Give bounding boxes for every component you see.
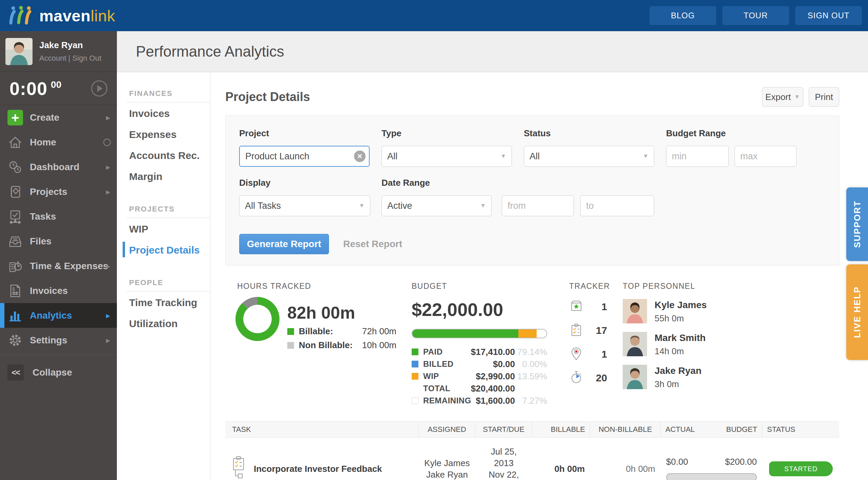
date-range-select[interactable]: Active ▼ — [381, 195, 492, 216]
timer-value: 0:00 — [9, 78, 47, 99]
mavenlink-logo[interactable]: mavenlink — [9, 5, 115, 26]
date-from-input[interactable] — [502, 195, 574, 216]
report-title: Project Details — [225, 90, 310, 104]
reset-report-button[interactable]: Reset Report — [343, 239, 402, 249]
left-sidebar: Jake Ryan Account | Sign Out 0:00 00 + C… — [0, 31, 117, 480]
type-select[interactable]: All ▼ — [381, 146, 512, 167]
sidebar-item-analytics[interactable]: Analytics ▸ — [0, 303, 117, 328]
table-row[interactable]: Incorporate Investor Feedback Kyle James… — [225, 438, 839, 480]
subnav-item-invoices[interactable]: Invoices — [129, 102, 210, 123]
sidebar-item-create[interactable]: + Create ▸ — [0, 105, 117, 130]
stopwatch-icon — [569, 370, 583, 386]
budget-legend: PAID $17,410.00 79.14% BILLED $0.00 0.00… — [412, 346, 547, 407]
task-billable: 0h 00m — [532, 446, 590, 480]
type-label: Type — [381, 128, 512, 139]
sidebar-item-tasks[interactable]: Tasks — [0, 204, 117, 229]
collapse-sidebar-button[interactable]: << Collapse — [0, 364, 117, 381]
collapse-icon: << — [7, 364, 24, 381]
user-profile-box: Jake Ryan Account | Sign Out — [0, 31, 117, 72]
clear-input-icon[interactable]: ✕ — [354, 151, 366, 162]
time-tracker-widget: 0:00 00 — [0, 72, 117, 105]
non-billable-swatch — [287, 342, 294, 349]
col-assigned[interactable]: ASSIGNED — [419, 422, 475, 437]
avatar — [623, 299, 647, 323]
sidebar-item-projects[interactable]: Projects ▸ — [0, 179, 117, 204]
sidebar-item-invoices[interactable]: $ Invoices — [0, 278, 117, 303]
milestone-box-icon — [569, 299, 583, 315]
col-non-billable[interactable]: NON-BILLABLE — [590, 422, 661, 437]
sidebar-item-settings[interactable]: Settings ▸ — [0, 328, 117, 353]
col-billable[interactable]: BILLABLE — [532, 422, 590, 437]
date-to-input[interactable] — [580, 195, 654, 216]
col-start-due[interactable]: START/DUE — [475, 422, 532, 437]
projects-icon — [7, 184, 23, 200]
dashboard-icon — [7, 159, 23, 175]
chevron-down-icon: ▼ — [500, 153, 506, 160]
paid-swatch — [412, 348, 418, 355]
display-select[interactable]: All Tasks ▼ — [239, 195, 370, 216]
account-signout-links[interactable]: Account | Sign Out — [39, 54, 101, 63]
analytics-icon — [7, 308, 23, 323]
display-label: Display — [239, 178, 370, 188]
subnav-item-time-tracking[interactable]: Time Tracking — [129, 292, 210, 313]
status-circle-icon — [103, 139, 111, 146]
task-budget: $200.00 — [725, 457, 757, 467]
sidebar-item-time-expenses[interactable]: Time & Expenses ▸ — [0, 254, 117, 278]
status-select[interactable]: All ▼ — [524, 146, 654, 167]
col-task[interactable]: TASK — [225, 422, 419, 437]
total-row: TOTAL $20,400.00 — [412, 382, 547, 395]
sidebar-item-dashboard[interactable]: Dashboard ▸ — [0, 155, 117, 179]
hours-total: 82h 00m — [287, 303, 396, 323]
location-pin-icon — [569, 346, 583, 362]
svg-text:$: $ — [12, 286, 15, 292]
date-range-label: Date Range — [381, 178, 654, 188]
col-actual-budget[interactable]: ACTUAL BUDGET — [661, 422, 762, 437]
support-tab[interactable]: SUPPORT — [846, 187, 868, 261]
timer-play-button[interactable] — [91, 80, 107, 97]
live-help-tab[interactable]: LIVE HELP — [846, 264, 868, 360]
hours-tracked-block: HOURS TRACKED 82h 00m Billable: 72h 00m … — [237, 282, 396, 351]
wip-row: WIP $2,990.00 13.59% — [412, 370, 547, 382]
sidebar-item-files[interactable]: Files — [0, 229, 117, 254]
subnav-item-wip[interactable]: WIP — [129, 218, 210, 239]
personnel-row: Mark Smith 14h 0m — [623, 332, 745, 357]
export-button[interactable]: Export ▼ — [762, 87, 803, 107]
page-title: Performance Analytics — [136, 43, 284, 60]
sidebar-item-home[interactable]: Home — [0, 130, 117, 155]
invoices-icon: $ — [7, 283, 23, 299]
gear-icon — [7, 333, 23, 348]
blog-button[interactable]: BLOG — [649, 6, 716, 25]
subnav-item-accounts-rec[interactable]: Accounts Rec. — [129, 144, 210, 165]
print-button[interactable]: Print — [809, 87, 839, 107]
mavenlink-people-icon — [9, 5, 35, 26]
user-avatar[interactable] — [5, 38, 33, 65]
billable-legend-row: Billable: 72h 00m — [287, 326, 396, 337]
chevron-right-icon: ▸ — [106, 187, 110, 197]
generate-report-button[interactable]: Generate Report — [239, 234, 329, 254]
task-table: TASK ASSIGNED START/DUE BILLABLE NON-BIL… — [225, 421, 839, 480]
subnav-item-project-details[interactable]: Project Details — [129, 239, 210, 260]
tracker-time-entries: 20 — [569, 370, 607, 386]
non-billable-legend-row: Non Billable: 10h 00m — [287, 340, 396, 351]
app-window: mavenlink BLOG TOUR SIGN OUT Jake Ryan A… — [0, 0, 868, 480]
budget-progress-bar — [412, 329, 547, 338]
tour-button[interactable]: TOUR — [722, 6, 789, 25]
subnav-item-margin[interactable]: Margin — [129, 165, 210, 186]
col-status[interactable]: STATUS — [762, 422, 839, 437]
files-icon — [7, 234, 23, 249]
task-name[interactable]: Incorporate Investor Feedback — [254, 464, 382, 474]
subnav-item-expenses[interactable]: Expenses — [129, 123, 210, 144]
budget-min-input[interactable] — [666, 146, 729, 167]
chevron-down-icon: ▼ — [480, 202, 486, 209]
budget-max-input[interactable] — [735, 146, 797, 167]
navbar-buttons: BLOG TOUR SIGN OUT — [649, 6, 862, 25]
project-input[interactable] — [239, 146, 370, 167]
sign-out-button[interactable]: SIGN OUT — [795, 6, 862, 25]
subnav-item-utilization[interactable]: Utilization — [129, 313, 210, 334]
logo-wordmark: mavenlink — [39, 6, 115, 25]
remaining-row: REMAINING $1,600.00 7.27% — [412, 395, 547, 407]
hours-tracked-label: HOURS TRACKED — [237, 282, 396, 291]
personnel-row: Jake Ryan 3h 0m — [623, 365, 745, 389]
task-actual-budget: $0.00 $200.00 — [661, 446, 762, 480]
budget-block: BUDGET $22,000.00 PAID $17,410.00 79.14% — [412, 282, 547, 407]
